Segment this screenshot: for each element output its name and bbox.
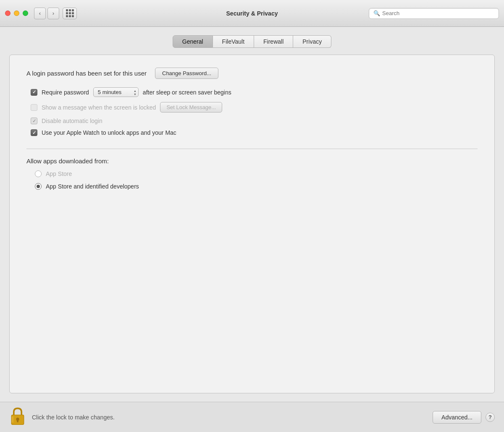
app-store-identified-radio-row: App Store and identified developers [35,183,478,190]
forward-button[interactable]: › [47,8,59,19]
downloads-label: Allow apps downloaded from: [26,157,478,165]
password-label: A login password has been set for this u… [26,70,147,77]
lock-icon-wrapper[interactable] [9,407,26,428]
grid-view-button[interactable] [63,8,77,19]
disable-auto-login-label: Disable automatic login [42,118,102,124]
disable-auto-login-checkbox[interactable] [31,118,37,124]
search-bar[interactable]: 🔍 [369,8,499,19]
set-lock-message-button[interactable]: Set Lock Message... [160,102,222,113]
timing-select-wrapper[interactable]: immediately 5 seconds 1 minute 5 minutes… [93,87,139,97]
tab-bar: General FileVault Firewall Privacy [9,35,495,48]
nav-buttons: ‹ › [34,8,59,19]
app-store-radio-label: App Store [46,170,72,177]
require-password-suffix: after sleep or screen saver begins [143,89,231,96]
maximize-button[interactable] [23,10,28,16]
show-lock-message-row: Show a message when the screen is locked… [31,102,478,113]
tab-privacy[interactable]: Privacy [293,35,331,48]
downloads-radio-group: App Store App Store and identified devel… [35,170,478,190]
tab-general[interactable]: General [173,35,213,48]
advanced-button[interactable]: Advanced... [433,411,481,424]
grid-icon [66,9,74,17]
require-password-checkbox[interactable] [31,89,37,96]
back-button[interactable]: ‹ [34,8,46,19]
minimize-button[interactable] [14,10,19,16]
window-controls [5,10,28,16]
options-group: Require password immediately 5 seconds 1… [31,87,478,136]
search-icon: 🔍 [373,10,380,16]
disable-auto-login-row: Disable automatic login [31,118,478,124]
lock-message: Click the lock to make changes. [32,414,433,421]
apple-watch-checkbox[interactable] [31,129,37,136]
titlebar: ‹ › Security & Privacy 🔍 [0,0,504,27]
main-content: General FileVault Firewall Privacy A log… [0,27,504,402]
search-input[interactable] [382,10,494,16]
require-password-prefix: Require password [42,89,89,96]
app-store-radio[interactable] [35,170,42,177]
svg-rect-2 [17,420,18,422]
help-button[interactable]: ? [486,413,495,422]
apple-watch-row: Use your Apple Watch to unlock apps and … [31,129,478,136]
show-lock-message-label: Show a message when the screen is locked [42,104,156,111]
app-store-radio-row: App Store [35,170,478,177]
bottom-bar: Click the lock to make changes. Advanced… [0,402,504,432]
tab-firewall[interactable]: Firewall [254,35,293,48]
app-store-identified-radio[interactable] [35,183,42,190]
tab-filevault[interactable]: FileVault [213,35,254,48]
lock-icon [9,407,26,426]
settings-panel: A login password has been set for this u… [9,55,495,393]
section-divider [26,149,478,149]
require-password-row: Require password immediately 5 seconds 1… [31,87,478,97]
change-password-button[interactable]: Change Password... [155,68,218,79]
password-section: A login password has been set for this u… [26,68,478,79]
show-lock-message-checkbox[interactable] [31,104,37,111]
close-button[interactable] [5,10,10,16]
timing-select[interactable]: immediately 5 seconds 1 minute 5 minutes… [93,87,139,97]
app-store-identified-radio-label: App Store and identified developers [46,183,139,190]
apple-watch-label: Use your Apple Watch to unlock apps and … [42,129,176,136]
window-title: Security & Privacy [226,10,278,17]
